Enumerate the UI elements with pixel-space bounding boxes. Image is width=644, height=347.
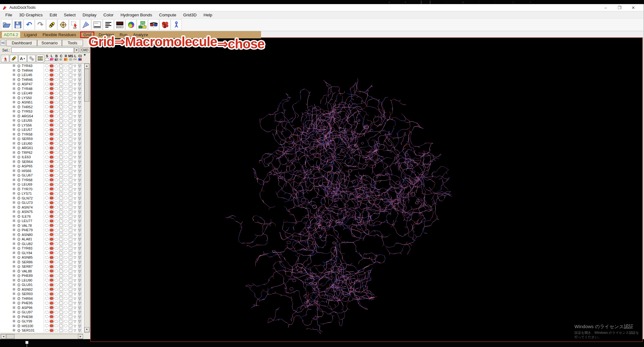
- expander-icon[interactable]: ⊞: [13, 297, 15, 300]
- expander-icon[interactable]: ⊞: [13, 123, 15, 127]
- rep-toggle-r[interactable]: [64, 324, 68, 327]
- rep-toggle-r[interactable]: [64, 124, 68, 126]
- rep-dropdown-ci[interactable]: ▽: [78, 219, 81, 223]
- rep-toggle-s[interactable]: [45, 124, 49, 126]
- tree-row-asn74[interactable]: ⊞ASN74▽▽: [0, 205, 84, 210]
- expander-icon[interactable]: ⊞: [13, 255, 15, 259]
- rep-toggle-c[interactable]: [59, 210, 63, 213]
- rep-toggle-l[interactable]: [50, 74, 53, 76]
- rep-toggle-l[interactable]: [50, 224, 53, 227]
- rep-toggle-l[interactable]: [50, 229, 53, 232]
- rep-toggle-b[interactable]: [54, 315, 58, 318]
- rep-dropdown-ci[interactable]: ▽: [78, 223, 81, 228]
- selection-input[interactable]: [11, 48, 74, 53]
- rep-toggle-ms[interactable]: [69, 156, 72, 159]
- label-spray-icon[interactable]: [10, 55, 18, 62]
- rep-dropdown-l[interactable]: ▽: [74, 87, 76, 91]
- rep-toggle-ms[interactable]: [69, 124, 72, 126]
- rep-toggle-ms[interactable]: [69, 78, 72, 81]
- rep-toggle-ms[interactable]: [69, 293, 72, 295]
- rep-toggle-s[interactable]: [45, 251, 49, 254]
- save-icon[interactable]: [12, 19, 23, 30]
- rep-toggle-ms[interactable]: [69, 233, 72, 236]
- expander-icon[interactable]: ⊞: [13, 324, 15, 328]
- rep-toggle-r[interactable]: [64, 260, 68, 263]
- tree-row-leu90[interactable]: ⊞LEU90▽▽: [0, 278, 84, 283]
- rep-dropdown-l[interactable]: ▽: [74, 137, 76, 141]
- spray-label-icon[interactable]: [46, 19, 57, 30]
- expander-icon[interactable]: ⊞: [13, 151, 15, 154]
- rep-toggle-c[interactable]: [59, 329, 63, 332]
- expander-icon[interactable]: ⊞: [13, 78, 15, 81]
- rep-toggle-s[interactable]: [45, 320, 49, 323]
- rep-toggle-r[interactable]: [64, 197, 68, 199]
- rep-toggle-l[interactable]: [50, 133, 53, 136]
- expander-icon[interactable]: ⊞: [13, 169, 15, 173]
- rep-toggle-ms[interactable]: [69, 279, 72, 282]
- viewport-3d[interactable]: Windows のライセンス認証 設定を開き、Windows のライセンス認証を…: [90, 37, 643, 342]
- rep-toggle-ms[interactable]: [69, 128, 72, 131]
- menu-help[interactable]: Help: [200, 12, 216, 18]
- expander-icon[interactable]: ⊞: [13, 142, 15, 145]
- rep-toggle-l[interactable]: [50, 260, 53, 263]
- rep-dropdown-l[interactable]: ▽: [74, 273, 76, 278]
- rep-toggle-b[interactable]: [54, 165, 58, 168]
- rep-toggle-c[interactable]: [59, 320, 63, 323]
- rep-toggle-ms[interactable]: [69, 315, 72, 318]
- rep-toggle-s[interactable]: [45, 215, 49, 218]
- rep-dropdown-ci[interactable]: ▽: [78, 77, 81, 82]
- expander-icon[interactable]: ⊞: [13, 82, 15, 86]
- tree-row-tyr53[interactable]: ⊞TYR53▽▽: [0, 109, 84, 114]
- rep-toggle-ms[interactable]: [69, 242, 72, 245]
- expander-icon[interactable]: ⊞: [13, 301, 15, 305]
- rep-toggle-l[interactable]: [50, 283, 53, 286]
- rep-dropdown-l[interactable]: ▽: [74, 160, 76, 164]
- rep-toggle-r[interactable]: [64, 119, 68, 122]
- tree-row-ser93[interactable]: ⊞SER93▽▽: [0, 292, 84, 296]
- rep-dropdown-l[interactable]: ▽: [74, 191, 76, 196]
- rep-dropdown-ci[interactable]: ▽: [78, 278, 81, 283]
- rep-toggle-b[interactable]: [54, 242, 58, 245]
- rep-toggle-c[interactable]: [59, 238, 63, 241]
- rep-dropdown-l[interactable]: ▽: [74, 264, 76, 269]
- rep-dropdown-l[interactable]: ▽: [74, 196, 76, 200]
- rep-toggle-b[interactable]: [54, 74, 58, 76]
- rep-dropdown-l[interactable]: ▽: [74, 91, 76, 95]
- rep-toggle-s[interactable]: [45, 92, 49, 95]
- rep-toggle-s[interactable]: [45, 315, 49, 318]
- expander-icon[interactable]: ⊞: [13, 114, 15, 118]
- rep-toggle-c[interactable]: [59, 128, 63, 131]
- rep-toggle-r[interactable]: [64, 201, 68, 204]
- rep-toggle-c[interactable]: [59, 324, 63, 327]
- rep-toggle-l[interactable]: [50, 297, 53, 300]
- rep-toggle-r[interactable]: [64, 206, 68, 209]
- expander-icon[interactable]: ⊞: [13, 319, 15, 323]
- rep-dropdown-ci[interactable]: ▽: [78, 246, 81, 250]
- horizontal-scroll-thumb[interactable]: [6, 334, 14, 339]
- rep-dropdown-ci[interactable]: ▽: [78, 228, 81, 232]
- tree-row-leu77[interactable]: ⊞LEU77▽▽: [0, 219, 84, 223]
- tree-row-ser64[interactable]: ⊞SER64▽▽: [0, 160, 84, 164]
- rep-dropdown-l[interactable]: ▽: [74, 187, 76, 191]
- rep-dropdown-ci[interactable]: ▽: [78, 96, 81, 100]
- rep-toggle-c[interactable]: [59, 256, 63, 259]
- rep-toggle-b[interactable]: [54, 110, 58, 113]
- rep-toggle-ms[interactable]: [69, 260, 72, 263]
- tree-row-tyr48[interactable]: ⊞TYR48▽▽: [0, 87, 84, 91]
- rep-toggle-r[interactable]: [64, 151, 68, 154]
- rep-dropdown-ci[interactable]: ▽: [78, 160, 81, 164]
- rep-toggle-s[interactable]: [45, 288, 49, 291]
- expander-icon[interactable]: ⊞: [13, 265, 15, 268]
- rep-dropdown-l[interactable]: ▽: [74, 155, 76, 159]
- rep-dropdown-ci[interactable]: ▽: [78, 178, 81, 182]
- rep-toggle-ms[interactable]: [69, 92, 72, 95]
- rep-dropdown-l[interactable]: ▽: [74, 319, 76, 323]
- rep-dropdown-ci[interactable]: ▽: [78, 100, 81, 104]
- rep-dropdown-ci[interactable]: ▽: [78, 68, 81, 73]
- expander-icon[interactable]: ⊞: [13, 146, 15, 150]
- tree-row-thr52[interactable]: ⊞THR52▽▽: [0, 105, 84, 109]
- tree-row-glu82[interactable]: ⊞GLU82▽▽: [0, 242, 84, 246]
- expander-icon[interactable]: ⊞: [13, 201, 15, 204]
- tree-row-thr44[interactable]: ⊞THR44▽▽: [0, 68, 84, 73]
- vertical-scroll-thumb[interactable]: [84, 69, 89, 102]
